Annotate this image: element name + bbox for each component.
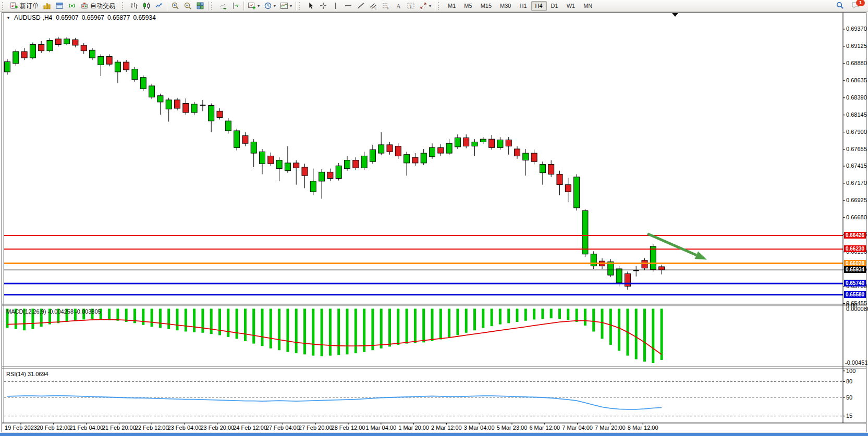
text-icon: A xyxy=(394,2,402,10)
auto-scroll-icon xyxy=(219,2,227,10)
data-window-button[interactable] xyxy=(53,1,66,11)
new-order-icon xyxy=(10,2,18,10)
line-chart-icon xyxy=(155,2,163,10)
vertical-line-icon xyxy=(332,2,340,10)
toolbar-separator xyxy=(435,2,435,10)
fibonacci-button[interactable]: F xyxy=(380,1,392,11)
timeframe-d1-button[interactable]: D1 xyxy=(547,1,563,11)
close-value: 0.65934 xyxy=(133,14,155,21)
fibonacci-icon: F xyxy=(382,2,390,10)
signals-button[interactable] xyxy=(66,1,78,11)
timeframe-m30-button[interactable]: M30 xyxy=(496,1,515,11)
new-chart-icon xyxy=(248,2,256,10)
line-chart-button[interactable] xyxy=(153,1,165,11)
ohlc-readout: 0.65907 0.65967 0.65877 0.65934 xyxy=(56,14,156,21)
new-order-button[interactable]: 新订单 xyxy=(8,1,41,11)
timeframe-m5-button[interactable]: M5 xyxy=(460,1,476,11)
cursor-button[interactable] xyxy=(304,1,317,11)
dropdown-caret-icon[interactable]: ▾ xyxy=(290,4,292,8)
equidistant-channel-button[interactable]: E xyxy=(367,1,380,11)
macd-label: MACD(12,26,9) -0.004258 -0.003805 xyxy=(6,308,101,315)
toolbar-separator xyxy=(296,2,296,10)
toolbar-separator xyxy=(119,2,119,10)
period-clock-button[interactable]: ▾ xyxy=(262,1,278,11)
toolbar-grip[interactable] xyxy=(122,2,126,10)
toolbar-separator xyxy=(243,2,244,10)
timeframe-h1-button[interactable]: H1 xyxy=(515,1,531,11)
text-icon: A xyxy=(394,2,402,10)
tile-windows-icon xyxy=(196,2,204,10)
tile-windows-button[interactable] xyxy=(194,1,206,11)
toolbar-grip[interactable] xyxy=(2,2,6,10)
zoom-out-button[interactable] xyxy=(181,1,194,11)
horizontal-line-button[interactable] xyxy=(342,1,354,11)
notification-badge: 1 xyxy=(856,0,865,6)
period-clock-icon xyxy=(264,2,272,10)
templates-button[interactable]: ▾ xyxy=(278,1,294,11)
toolbar-grip[interactable] xyxy=(211,2,215,10)
market-watch-icon xyxy=(43,2,51,10)
new-chart-button[interactable]: ▾ xyxy=(246,1,262,11)
market-watch-button[interactable] xyxy=(41,1,53,11)
dropdown-caret-icon[interactable]: ▾ xyxy=(258,4,260,8)
chart-shift-icon xyxy=(231,2,240,10)
templates-icon xyxy=(280,2,288,10)
toolbar-grip[interactable] xyxy=(299,2,302,10)
fibonacci-icon: F xyxy=(382,2,390,10)
window-bottom-edge xyxy=(0,433,868,436)
dropdown-caret-icon[interactable]: ▾ xyxy=(429,4,431,8)
chart-shift-button[interactable] xyxy=(229,1,242,11)
crosshair-button[interactable] xyxy=(317,1,329,11)
market-watch-icon xyxy=(43,2,51,10)
timeframe-m15-button[interactable]: M15 xyxy=(476,1,496,11)
svg-text:T: T xyxy=(409,4,412,9)
timeframe-w1-button[interactable]: W1 xyxy=(563,1,580,11)
rsi-pane[interactable] xyxy=(4,369,843,423)
new-order-label: 新订单 xyxy=(20,2,39,10)
rsi-label: RSI(14) 31.0694 xyxy=(6,371,48,377)
window-menu-arrow-icon[interactable]: ▼ xyxy=(6,16,10,20)
toolbar-grip[interactable] xyxy=(438,2,442,10)
cursor-icon xyxy=(307,2,315,10)
timeframe-m1-button[interactable]: M1 xyxy=(444,1,460,11)
zoom-in-button[interactable] xyxy=(169,1,181,11)
bars-chart-button[interactable] xyxy=(128,1,140,11)
equidistant-channel-icon: E xyxy=(369,2,377,10)
main-toolbar: 新订单自动交易▾▾▾EFAT▾M1M5M15M30H1H4D1W1MN1 xyxy=(0,0,868,12)
autotrading-button[interactable]: 自动交易 xyxy=(78,1,117,11)
signals-icon xyxy=(68,2,76,10)
trendline-button[interactable] xyxy=(354,1,367,11)
bars-chart-icon xyxy=(130,2,138,10)
toolbar-separator xyxy=(167,2,167,10)
search-button[interactable] xyxy=(836,1,846,10)
signals-icon xyxy=(68,2,76,10)
timeframe-h4-button[interactable]: H4 xyxy=(531,1,547,11)
arrows-button[interactable]: ▾ xyxy=(417,1,433,11)
vertical-line-button[interactable] xyxy=(329,1,342,11)
autotrading-icon xyxy=(80,2,89,10)
data-window-icon xyxy=(55,2,64,10)
search-icon xyxy=(836,1,844,9)
timeframe-mn-button[interactable]: MN xyxy=(579,1,596,11)
text-label-button[interactable]: T xyxy=(405,1,417,11)
chat-button[interactable]: 1 xyxy=(851,1,862,10)
dropdown-caret-icon[interactable]: ▾ xyxy=(274,4,276,8)
arrows-icon xyxy=(419,2,427,10)
zoom-out-icon xyxy=(184,2,192,10)
svg-text:E: E xyxy=(375,6,377,10)
new-chart-icon xyxy=(248,2,256,10)
zoom-in-icon xyxy=(171,2,179,10)
mt4-terminal: 新订单自动交易▾▾▾EFAT▾M1M5M15M30H1H4D1W1MN1 ▼ A… xyxy=(0,0,868,436)
trendline-icon xyxy=(357,2,365,10)
horizontal-line-icon xyxy=(344,2,352,10)
candles-chart-button[interactable] xyxy=(140,1,153,11)
zoom-out-icon xyxy=(184,2,192,10)
auto-scroll-button[interactable] xyxy=(217,1,229,11)
tile-windows-icon xyxy=(196,2,204,10)
main-chart-pane[interactable] xyxy=(4,13,843,304)
high-value: 0.65967 xyxy=(82,14,104,21)
autotrading-icon xyxy=(80,2,89,10)
macd-pane[interactable] xyxy=(4,306,843,366)
text-button[interactable]: A xyxy=(392,1,405,11)
candles-chart-icon xyxy=(142,2,151,10)
